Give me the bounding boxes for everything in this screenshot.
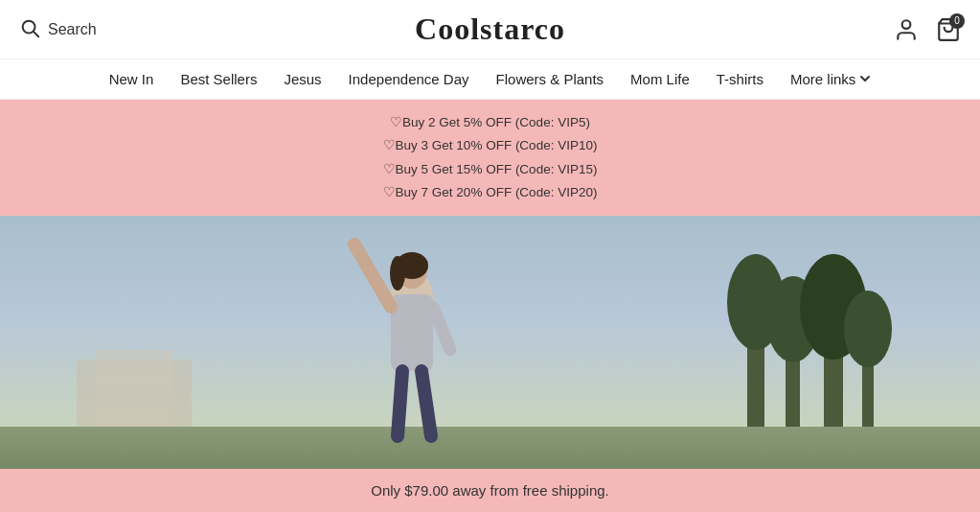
svg-line-1 — [34, 32, 38, 36]
cart-count: 0 — [949, 13, 965, 29]
nav-item-new-in[interactable]: New In — [109, 71, 154, 87]
hero-background — [0, 216, 980, 505]
search-label: Search — [48, 21, 97, 38]
shipping-text: Only $79.00 away from free shipping. — [371, 482, 608, 499]
nav-label-jesus: Jesus — [284, 71, 321, 87]
svg-point-13 — [844, 291, 892, 367]
nav-item-t-shirts[interactable]: T-shirts — [717, 71, 763, 87]
svg-line-24 — [422, 371, 431, 436]
header-actions: 0 — [769, 17, 961, 42]
nav-item-flowers-plants[interactable]: Flowers & Plants — [496, 71, 604, 87]
nav-item-jesus[interactable]: Jesus — [284, 71, 321, 87]
site-logo[interactable]: Coolstarco — [415, 12, 565, 46]
hero-section — [0, 216, 980, 505]
shipping-bar: Only $79.00 away from free shipping. — [0, 469, 980, 505]
promo-line-3: ♡Buy 5 Get 15% OFF (Code: VIP15) — [19, 158, 961, 181]
nav-item-best-sellers[interactable]: Best Sellers — [180, 71, 257, 87]
nav-label-best-sellers: Best Sellers — [180, 71, 257, 87]
nav-label-new-in: New In — [109, 71, 154, 87]
svg-line-23 — [398, 371, 402, 436]
svg-rect-15 — [96, 350, 172, 427]
hero-image — [0, 216, 980, 505]
nav-label-mom-life: Mom Life — [630, 71, 690, 87]
search-icon — [19, 17, 40, 42]
account-button[interactable] — [894, 17, 919, 42]
header: Search Coolstarco 0 — [0, 0, 980, 59]
promo-line-2: ♡Buy 3 Get 10% OFF (Code: VIP10) — [19, 134, 961, 157]
svg-point-19 — [390, 256, 405, 291]
search-area[interactable]: Search — [19, 17, 211, 42]
svg-point-2 — [902, 20, 911, 29]
nav-item-mom-life[interactable]: Mom Life — [630, 71, 690, 87]
nav-label-t-shirts: T-shirts — [717, 71, 763, 87]
logo-area: Coolstarco — [211, 12, 769, 47]
nav-label-flowers-plants: Flowers & Plants — [496, 71, 604, 87]
main-nav: New In Best Sellers Jesus Independence D… — [0, 59, 980, 100]
cart-button[interactable]: 0 — [936, 17, 961, 42]
nav-label-independence-day: Independence Day — [349, 71, 469, 87]
promo-banner: ♡Buy 2 Get 5% OFF (Code: VIP5) ♡Buy 3 Ge… — [0, 100, 980, 216]
nav-item-independence-day[interactable]: Independence Day — [349, 71, 469, 87]
promo-line-4: ♡Buy 7 Get 20% OFF (Code: VIP20) — [19, 181, 961, 204]
nav-label-more-links: More links — [790, 71, 855, 87]
promo-line-1: ♡Buy 2 Get 5% OFF (Code: VIP5) — [19, 111, 961, 134]
nav-item-more-links[interactable]: More links — [790, 71, 871, 87]
chevron-down-icon — [859, 71, 871, 87]
